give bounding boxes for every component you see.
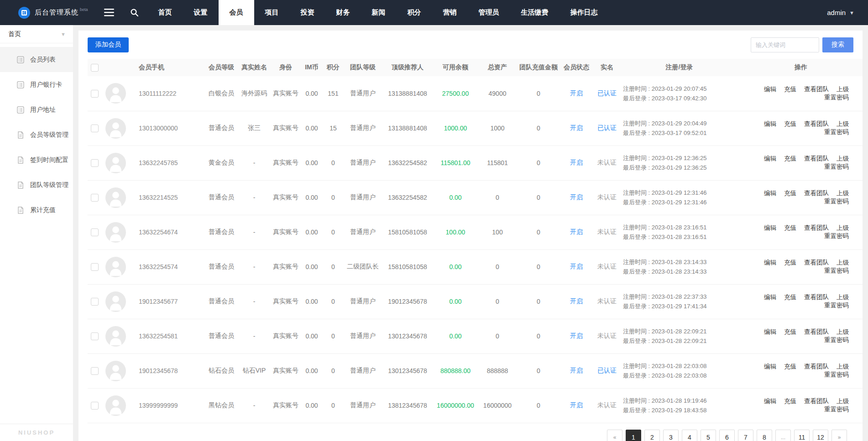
- nav-item-会员[interactable]: 会员: [219, 0, 254, 25]
- action-上级[interactable]: 上级: [837, 155, 849, 162]
- page-button-»[interactable]: »: [831, 430, 847, 441]
- cell-status[interactable]: 开启: [560, 388, 593, 423]
- action-查看团队[interactable]: 查看团队: [804, 120, 829, 127]
- action-编辑[interactable]: 编辑: [764, 86, 776, 93]
- action-充值[interactable]: 充值: [784, 363, 796, 370]
- row-checkbox[interactable]: [91, 90, 99, 98]
- action-上级[interactable]: 上级: [837, 294, 849, 301]
- action-充值[interactable]: 充值: [784, 398, 796, 405]
- nav-item-首页[interactable]: 首页: [147, 0, 183, 25]
- page-button-1[interactable]: 1: [626, 430, 641, 441]
- nav-item-管理员[interactable]: 管理员: [468, 0, 510, 25]
- row-checkbox[interactable]: [91, 159, 99, 167]
- action-查看团队[interactable]: 查看团队: [804, 190, 829, 197]
- page-button-8[interactable]: 8: [757, 430, 772, 441]
- page-button-...[interactable]: ...: [775, 430, 791, 441]
- sidebar-item-用户银行卡[interactable]: 用户银行卡: [0, 72, 73, 97]
- page-button-2[interactable]: 2: [644, 430, 660, 441]
- action-充值[interactable]: 充值: [784, 155, 796, 162]
- action-查看团队[interactable]: 查看团队: [804, 86, 829, 93]
- action-上级[interactable]: 上级: [837, 398, 849, 405]
- action-上级[interactable]: 上级: [837, 224, 849, 231]
- nav-item-操作日志[interactable]: 操作日志: [559, 0, 609, 25]
- page-button-6[interactable]: 6: [719, 430, 735, 441]
- action-充值[interactable]: 充值: [784, 86, 796, 93]
- action-重置密码[interactable]: 重置密码: [824, 163, 849, 170]
- action-充值[interactable]: 充值: [784, 259, 796, 266]
- nav-item-生活缴费[interactable]: 生活缴费: [510, 0, 559, 25]
- action-查看团队[interactable]: 查看团队: [804, 294, 829, 301]
- action-重置密码[interactable]: 重置密码: [824, 198, 849, 205]
- sidebar-item-用户地址[interactable]: 用户地址: [0, 97, 73, 122]
- cell-status[interactable]: 开启: [560, 249, 593, 284]
- page-button-5[interactable]: 5: [701, 430, 716, 441]
- row-checkbox[interactable]: [91, 263, 99, 271]
- action-上级[interactable]: 上级: [837, 120, 849, 127]
- action-充值[interactable]: 充值: [784, 328, 796, 335]
- nav-item-设置[interactable]: 设置: [183, 0, 219, 25]
- cell-status[interactable]: 开启: [560, 76, 593, 111]
- action-充值[interactable]: 充值: [784, 120, 796, 127]
- action-编辑[interactable]: 编辑: [764, 328, 776, 335]
- action-查看团队[interactable]: 查看团队: [804, 259, 829, 266]
- search-icon[interactable]: [122, 0, 147, 25]
- nav-item-营销[interactable]: 营销: [432, 0, 468, 25]
- action-上级[interactable]: 上级: [837, 328, 849, 335]
- action-查看团队[interactable]: 查看团队: [804, 155, 829, 162]
- sidebar-item-团队等级管理[interactable]: 团队等级管理: [0, 172, 73, 197]
- action-重置密码[interactable]: 重置密码: [824, 302, 849, 309]
- action-编辑[interactable]: 编辑: [764, 120, 776, 127]
- action-上级[interactable]: 上级: [837, 363, 849, 370]
- cell-status[interactable]: 开启: [560, 145, 593, 180]
- nav-item-财务[interactable]: 财务: [325, 0, 361, 25]
- sidebar-item-累计充值[interactable]: 累计充值: [0, 197, 73, 223]
- row-checkbox[interactable]: [91, 402, 99, 410]
- page-button-11[interactable]: 11: [794, 430, 810, 441]
- action-编辑[interactable]: 编辑: [764, 190, 776, 197]
- cell-status[interactable]: 开启: [560, 111, 593, 145]
- action-充值[interactable]: 充值: [784, 224, 796, 231]
- action-查看团队[interactable]: 查看团队: [804, 398, 829, 405]
- action-编辑[interactable]: 编辑: [764, 155, 776, 162]
- user-menu[interactable]: admin ▼: [827, 0, 868, 25]
- sidebar-header-home[interactable]: 首页 ▼: [0, 25, 73, 43]
- action-重置密码[interactable]: 重置密码: [824, 406, 849, 413]
- hamburger-menu-icon[interactable]: [96, 0, 122, 25]
- nav-item-投资[interactable]: 投资: [290, 0, 325, 25]
- action-重置密码[interactable]: 重置密码: [824, 129, 849, 135]
- page-button-«[interactable]: «: [607, 430, 622, 441]
- search-button[interactable]: 搜索: [822, 37, 853, 52]
- cell-status[interactable]: 开启: [560, 215, 593, 249]
- action-编辑[interactable]: 编辑: [764, 224, 776, 231]
- action-重置密码[interactable]: 重置密码: [824, 337, 849, 343]
- page-button-7[interactable]: 7: [738, 430, 753, 441]
- action-充值[interactable]: 充值: [784, 294, 796, 301]
- sidebar-item-签到时间配置[interactable]: 签到时间配置: [0, 147, 73, 172]
- action-上级[interactable]: 上级: [837, 190, 849, 197]
- row-checkbox[interactable]: [91, 367, 99, 375]
- keyword-search-input[interactable]: [751, 37, 819, 52]
- cell-status[interactable]: 开启: [560, 319, 593, 353]
- select-all-checkbox[interactable]: [91, 64, 99, 72]
- action-编辑[interactable]: 编辑: [764, 294, 776, 301]
- action-重置密码[interactable]: 重置密码: [824, 94, 849, 101]
- action-上级[interactable]: 上级: [837, 86, 849, 93]
- action-充值[interactable]: 充值: [784, 190, 796, 197]
- nav-item-新闻[interactable]: 新闻: [361, 0, 397, 25]
- add-member-button[interactable]: 添加会员: [88, 37, 129, 52]
- nav-item-项目[interactable]: 项目: [254, 0, 290, 25]
- action-重置密码[interactable]: 重置密码: [824, 371, 849, 378]
- row-checkbox[interactable]: [91, 125, 99, 132]
- nav-item-积分[interactable]: 积分: [397, 0, 432, 25]
- page-button-3[interactable]: 3: [663, 430, 679, 441]
- sidebar-item-会员等级管理[interactable]: 会员等级管理: [0, 122, 73, 147]
- row-checkbox[interactable]: [91, 228, 99, 236]
- action-编辑[interactable]: 编辑: [764, 398, 776, 405]
- action-重置密码[interactable]: 重置密码: [824, 267, 849, 274]
- cell-status[interactable]: 开启: [560, 353, 593, 388]
- row-checkbox[interactable]: [91, 332, 99, 340]
- row-checkbox[interactable]: [91, 298, 99, 306]
- sidebar-item-会员列表[interactable]: 会员列表: [0, 47, 73, 72]
- action-编辑[interactable]: 编辑: [764, 363, 776, 370]
- action-重置密码[interactable]: 重置密码: [824, 233, 849, 239]
